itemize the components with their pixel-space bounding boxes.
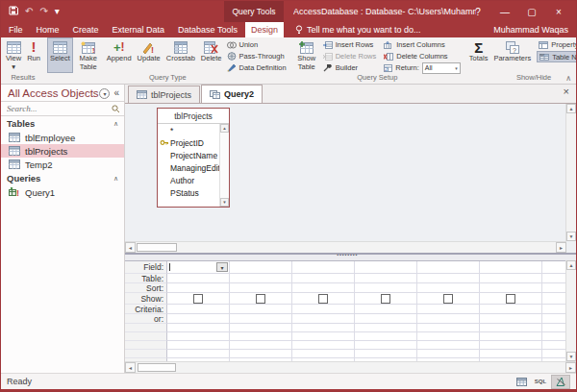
grid-vertical-scrollbar[interactable]: ▲ ▼ bbox=[565, 260, 576, 361]
union-button[interactable]: Union bbox=[225, 39, 288, 50]
scrollbar-thumb[interactable] bbox=[138, 363, 176, 372]
grid-cell[interactable] bbox=[480, 332, 542, 341]
pass-through-button[interactable]: Pass-Through bbox=[225, 51, 288, 61]
grid-cell[interactable] bbox=[542, 324, 566, 332]
user-name[interactable]: Muhammad Waqas bbox=[493, 22, 568, 37]
close-document-icon[interactable]: × bbox=[564, 86, 569, 97]
insert-columns-button[interactable]: Insert Columns bbox=[382, 39, 463, 50]
grid-cell[interactable] bbox=[292, 341, 355, 350]
grid-cell[interactable] bbox=[292, 274, 355, 283]
append-button[interactable]: +! Append bbox=[104, 37, 135, 73]
qat-customize-icon[interactable]: ▾ bbox=[55, 7, 60, 16]
tab-create[interactable]: Create bbox=[67, 22, 105, 37]
scroll-down-icon[interactable]: ▼ bbox=[566, 352, 576, 361]
grid-cell[interactable] bbox=[542, 274, 566, 283]
scroll-down-icon[interactable]: ▼ bbox=[566, 232, 576, 241]
help-button[interactable]: ? bbox=[464, 7, 491, 17]
collapse-group-icon[interactable]: ∧ bbox=[113, 175, 118, 183]
insert-rows-button[interactable]: Insert Rows bbox=[321, 39, 379, 50]
tab-external-data[interactable]: External Data bbox=[107, 22, 171, 37]
grid-cell[interactable] bbox=[355, 324, 417, 332]
sidebar-item-temp2[interactable]: Temp2 bbox=[1, 158, 124, 171]
grid-cell[interactable] bbox=[167, 341, 230, 350]
minimize-button[interactable]: — bbox=[491, 7, 518, 17]
grid-cell[interactable] bbox=[542, 305, 566, 314]
sql-view-icon[interactable]: SQL bbox=[532, 376, 549, 388]
grid-cell[interactable] bbox=[355, 274, 417, 283]
grid-cell[interactable] bbox=[355, 332, 417, 341]
grid-cell[interactable] bbox=[292, 283, 355, 293]
grid-cell[interactable] bbox=[417, 293, 480, 305]
grid-cell[interactable] bbox=[480, 341, 542, 350]
grid-cell[interactable] bbox=[230, 274, 292, 283]
grid-cell[interactable] bbox=[417, 261, 480, 274]
field-row-projectid[interactable]: ProjectID bbox=[158, 136, 229, 149]
grid-cell[interactable] bbox=[480, 283, 542, 293]
grid-cell[interactable] bbox=[355, 341, 417, 350]
document-tab-query2[interactable]: Query2 bbox=[201, 85, 263, 103]
grid-cell[interactable] bbox=[167, 305, 230, 314]
scroll-right-icon[interactable]: ► bbox=[556, 242, 566, 253]
grid-cell[interactable]: ▾ bbox=[167, 261, 230, 274]
grid-cell[interactable] bbox=[230, 324, 292, 332]
grid-cell[interactable] bbox=[230, 350, 292, 358]
grid-cell[interactable] bbox=[417, 283, 480, 293]
grid-cell[interactable] bbox=[292, 261, 355, 274]
undo-icon[interactable]: ↶ bbox=[25, 7, 33, 16]
field-list-scrollbar[interactable]: ▲ ▼ bbox=[219, 124, 229, 207]
field-row-star[interactable]: * bbox=[158, 124, 229, 136]
scroll-up-icon[interactable]: ▲ bbox=[566, 260, 576, 270]
grid-cell[interactable] bbox=[292, 332, 355, 341]
grid-cell[interactable] bbox=[480, 350, 542, 358]
grid-cell[interactable] bbox=[542, 283, 566, 293]
grid-horizontal-scrollbar[interactable]: ◄ ► bbox=[125, 361, 576, 373]
show-checkbox[interactable] bbox=[318, 294, 328, 304]
grid-cell[interactable] bbox=[167, 314, 230, 324]
grid-cell[interactable] bbox=[480, 314, 542, 324]
select-query-button[interactable]: Select bbox=[47, 37, 73, 73]
diagram-vertical-scrollbar[interactable]: ▲ ▼ bbox=[565, 104, 576, 241]
run-button[interactable]: ! Run bbox=[24, 37, 43, 73]
scroll-up-icon[interactable]: ▲ bbox=[566, 104, 576, 113]
grid-cell[interactable] bbox=[542, 332, 566, 341]
tell-me-box[interactable]: Tell me what you want to do... bbox=[295, 22, 421, 37]
field-list-tblprojects[interactable]: tblProjects * ProjectID ProjectName Mana… bbox=[157, 108, 230, 208]
design-view-icon[interactable] bbox=[551, 375, 570, 389]
grid-cell[interactable] bbox=[167, 332, 230, 341]
return-combobox[interactable]: All ▾ bbox=[422, 62, 461, 74]
scroll-right-icon[interactable]: ► bbox=[565, 362, 576, 373]
grid-cell[interactable] bbox=[167, 274, 230, 283]
grid-cell[interactable] bbox=[230, 341, 292, 350]
crosstab-button[interactable]: Crosstab bbox=[163, 37, 198, 73]
grid-cell[interactable] bbox=[355, 293, 417, 305]
grid-cell[interactable] bbox=[480, 274, 542, 283]
save-icon[interactable] bbox=[9, 6, 18, 17]
show-checkbox[interactable] bbox=[443, 294, 453, 304]
tab-home[interactable]: Home bbox=[31, 22, 65, 37]
tab-design[interactable]: Design bbox=[245, 22, 284, 37]
datasheet-view-icon[interactable] bbox=[513, 376, 530, 388]
grid-cell[interactable] bbox=[167, 350, 230, 358]
grid-cell[interactable] bbox=[417, 332, 480, 341]
grid-cell[interactable] bbox=[417, 274, 480, 283]
show-checkbox[interactable] bbox=[256, 294, 265, 304]
view-button[interactable]: View ▾ bbox=[3, 37, 24, 73]
grid-cell[interactable] bbox=[292, 293, 355, 305]
grid-cell[interactable] bbox=[417, 350, 480, 358]
grid-cell[interactable] bbox=[355, 314, 417, 324]
totals-button[interactable]: Σ Totals bbox=[466, 37, 491, 73]
grid-cell[interactable] bbox=[355, 261, 417, 274]
grid-cell[interactable] bbox=[355, 283, 417, 293]
update-button[interactable]: ! Update bbox=[135, 37, 163, 73]
grid-cell[interactable] bbox=[542, 350, 566, 358]
grid-cell[interactable] bbox=[292, 314, 355, 324]
scroll-down-icon[interactable]: ▼ bbox=[220, 198, 229, 207]
scroll-left-icon[interactable]: ◄ bbox=[125, 362, 136, 373]
contextual-tab-query-tools[interactable]: Query Tools bbox=[224, 1, 284, 22]
sidebar-item-tblemployee[interactable]: tblEmployee bbox=[1, 131, 124, 144]
shutter-bar-close-icon[interactable]: « bbox=[113, 88, 119, 98]
redo-icon[interactable]: ↷ bbox=[39, 7, 47, 16]
grid-cell[interactable] bbox=[542, 341, 566, 350]
grid-cell[interactable] bbox=[480, 293, 542, 305]
grid-cell[interactable] bbox=[417, 305, 480, 314]
